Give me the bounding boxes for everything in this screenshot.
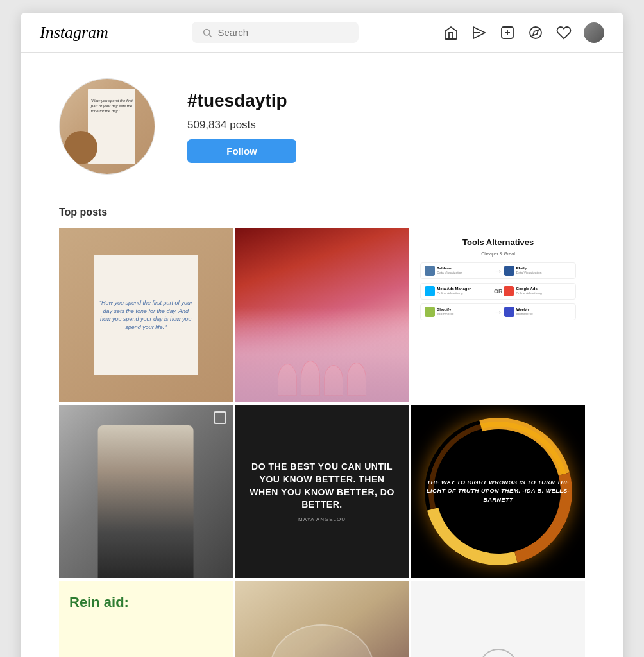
profile-avatar[interactable]: [584, 22, 604, 43]
notebook-quote: "How you spend the first part of your da…: [94, 255, 198, 375]
follow-button[interactable]: Follow: [187, 139, 296, 163]
tableau-text: Tableau Data Visualization: [437, 266, 462, 275]
home-icon[interactable]: [443, 24, 459, 41]
send-icon[interactable]: [471, 24, 487, 41]
plotly-icon: [504, 266, 514, 276]
posts-grid: "How you spend the first part of your da…: [59, 228, 585, 657]
tool-from-meta: Meta Ads Manager Online Advertising: [425, 286, 493, 296]
shopify-text: Shopify ecommerce: [437, 307, 453, 316]
weebly-text: Weebly ecommerce: [516, 307, 533, 316]
tools-subtitle: Cheaper & Great: [420, 252, 576, 256]
heart-icon[interactable]: [555, 24, 572, 41]
fire-quote-text: THE WAY TO RIGHT WRONGS IS TO TURN THE L…: [411, 479, 585, 505]
weebly-icon: [504, 307, 514, 317]
post-item-drinks[interactable]: [235, 228, 409, 402]
post-item-tools[interactable]: Tools Alternatives Cheaper & Great Table…: [411, 228, 585, 402]
post-item-maya-quote[interactable]: DO THE BEST YOU CAN UNTIL YOU KNOW BETTE…: [235, 405, 409, 579]
svg-marker-8: [533, 30, 538, 35]
profile-avatar-wrap: [59, 78, 155, 175]
svg-point-0: [204, 29, 210, 35]
top-posts-label: Top posts: [59, 207, 585, 218]
hashtag-avatar-image: [60, 79, 155, 174]
svg-point-7: [530, 27, 541, 38]
plotly-text: Plotly Data Visualization: [516, 266, 542, 275]
rein-text: Rein aid:: [69, 593, 129, 612]
google-text: Google Ads Online Advertising: [516, 287, 541, 295]
avatar-image: [584, 22, 604, 43]
tool-from-tableau: Tableau Data Visualization: [425, 266, 492, 276]
search-input[interactable]: [217, 27, 348, 38]
post-item-oyster[interactable]: [235, 581, 409, 657]
c-logo-circle: C: [479, 649, 518, 657]
posts-number: 509,834: [187, 119, 226, 131]
shopify-icon: [425, 307, 435, 317]
navbar: Instagram: [21, 13, 623, 53]
oyster-visual: [270, 624, 374, 657]
add-icon[interactable]: [499, 24, 516, 41]
browser-window: Instagram: [21, 13, 623, 657]
google-ads-icon: [504, 286, 514, 296]
post-item-c-logo[interactable]: C: [411, 581, 585, 657]
tool-row-2: Meta Ads Manager Online Advertising OR G…: [420, 283, 576, 300]
tool-to-plotly: Plotly Data Visualization: [504, 266, 572, 276]
search-icon: [202, 28, 212, 38]
tool-row-1: Tableau Data Visualization → Plotly Data…: [420, 262, 576, 279]
maya-quote-author: MAYA ANGELOU: [298, 516, 346, 522]
arrow-3: →: [494, 307, 503, 317]
nav-icons: [443, 22, 604, 43]
profile-info: #tuesdaytip 509,834 posts Follow: [187, 90, 296, 163]
tool-to-weebly: Weebly ecommerce: [504, 307, 572, 317]
meta-text: Meta Ads Manager Online Advertising: [437, 287, 471, 295]
phone-screen: [214, 411, 226, 424]
coffee-cup-decoration: [64, 131, 97, 164]
profile-hashtag: #tuesdaytip: [187, 90, 296, 111]
profile-posts-count: 509,834 posts: [187, 119, 296, 132]
posts-label: posts: [230, 119, 256, 131]
profile-header: #tuesdaytip 509,834 posts Follow: [59, 78, 585, 175]
post-item-selfie[interactable]: [59, 405, 233, 579]
svg-line-1: [209, 35, 212, 37]
meta-icon: [425, 286, 435, 296]
app-logo: Instagram: [40, 23, 108, 42]
post-item-fire-quote[interactable]: THE WAY TO RIGHT WRONGS IS TO TURN THE L…: [411, 405, 585, 579]
tool-to-google: Google Ads Online Advertising: [504, 286, 572, 296]
or-text: OR: [494, 288, 503, 294]
tools-title: Tools Alternatives: [420, 237, 576, 248]
search-bar[interactable]: [192, 22, 359, 43]
post-item-rein[interactable]: Rein aid:: [59, 581, 233, 657]
tool-from-shopify: Shopify ecommerce: [425, 307, 492, 317]
tool-row-3: Shopify ecommerce → Weebly ecommerce: [420, 303, 576, 320]
maya-quote-text: DO THE BEST YOU CAN UNTIL YOU KNOW BETTE…: [246, 461, 399, 511]
main-content: #tuesdaytip 509,834 posts Follow Top pos…: [21, 53, 623, 657]
tableau-icon: [425, 266, 435, 276]
compass-icon[interactable]: [527, 24, 544, 41]
post-item-notebook[interactable]: "How you spend the first part of your da…: [59, 228, 233, 402]
arrow-1: →: [494, 266, 503, 276]
